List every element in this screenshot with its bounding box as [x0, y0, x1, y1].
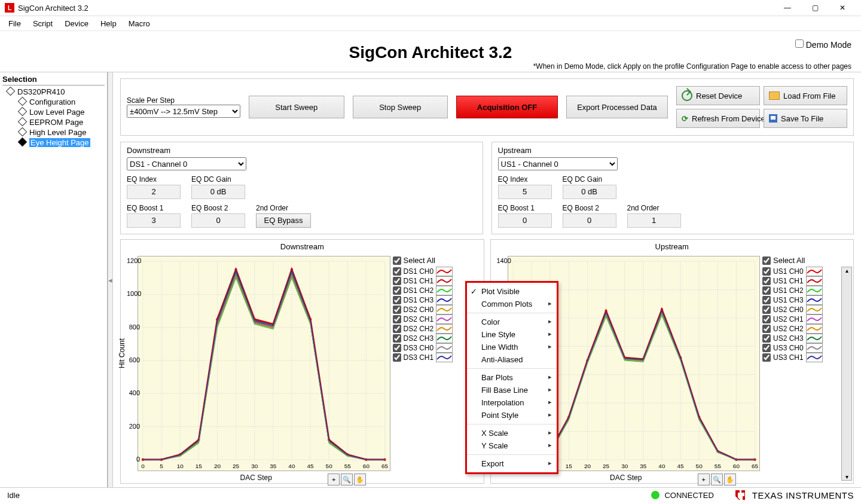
legend-swatch-icon — [436, 276, 453, 286]
tree-item[interactable]: EEPROM Page — [2, 117, 105, 127]
close-button[interactable]: ✕ — [829, 0, 856, 16]
export-processed-data-button[interactable]: Export Processed Data — [566, 96, 668, 118]
context-menu-item[interactable]: Point Style — [467, 409, 557, 421]
legend-checkbox[interactable] — [762, 344, 771, 352]
context-menu-item[interactable]: Fill Base Line — [467, 384, 557, 396]
tree-item[interactable]: Eye Height Page — [2, 138, 105, 148]
legend-checkbox[interactable] — [393, 315, 401, 323]
legend-checkbox[interactable] — [393, 325, 401, 333]
maximize-button[interactable]: ▢ — [801, 0, 829, 16]
legend-checkbox[interactable] — [762, 315, 771, 323]
legend-item[interactable]: US2 CH3 — [762, 334, 852, 343]
tree-item[interactable]: Low Level Page — [2, 107, 105, 117]
stop-sweep-button[interactable]: Stop Sweep — [353, 96, 448, 118]
context-menu-item[interactable]: Line Style — [467, 328, 557, 341]
splitter-handle[interactable]: ◂ — [108, 72, 113, 487]
save-to-file-button[interactable]: Save To File — [764, 109, 847, 128]
ds-2nd-order[interactable]: EQ Bypass — [256, 213, 311, 228]
downstream-plot-title: Downstream — [121, 242, 484, 251]
context-menu-item[interactable]: Export — [467, 457, 557, 470]
legend-checkbox[interactable] — [762, 286, 771, 295]
plot-context-menu[interactable]: Plot VisibleCommon PlotsColorLine StyleL… — [465, 281, 558, 474]
tree-root[interactable]: DS320PR410 — [2, 87, 105, 97]
legend-item[interactable]: US2 CH1 — [762, 314, 852, 324]
legend-item[interactable]: US2 CH2 — [762, 324, 852, 334]
upstream-title: Upstream — [498, 146, 848, 155]
legend-item[interactable]: DS1 CH0 — [393, 267, 483, 276]
us-eq-index: 5 — [498, 185, 552, 199]
legend-item[interactable]: US1 CH3 — [762, 295, 852, 305]
refresh-icon: ⟳ — [682, 114, 688, 123]
menu-help[interactable]: Help — [96, 18, 121, 29]
legend-scrollbar[interactable]: ▴▾ — [841, 267, 852, 481]
chart-tool-pan-icon[interactable]: ✋ — [354, 474, 366, 485]
legend-checkbox[interactable] — [762, 325, 771, 333]
svg-text:40: 40 — [658, 463, 665, 469]
demo-mode-checkbox[interactable] — [795, 39, 804, 48]
chart-tool-zoom-icon[interactable]: 🔍 — [341, 474, 353, 485]
chart-tool-crosshair-icon[interactable]: + — [698, 474, 710, 485]
chart-tool-pan-icon[interactable]: ✋ — [724, 474, 736, 485]
context-menu-item[interactable]: X Scale — [467, 427, 557, 439]
legend-checkbox[interactable] — [393, 277, 401, 285]
legend-checkbox[interactable] — [393, 334, 401, 343]
context-menu-item[interactable]: Common Plots — [467, 298, 557, 310]
legend-item[interactable]: US1 CH1 — [762, 276, 852, 286]
legend-item[interactable]: US3 CH0 — [762, 343, 852, 353]
legend-checkbox[interactable] — [762, 334, 771, 343]
context-menu-item[interactable]: Y Scale — [467, 439, 557, 452]
ds-select-all-checkbox[interactable] — [393, 256, 401, 265]
chart-tool-crosshair-icon[interactable]: + — [328, 474, 340, 485]
downstream-channel-select[interactable]: DS1 - Channel 0 — [127, 157, 246, 170]
us-select-all-checkbox[interactable] — [762, 256, 771, 265]
acquisition-off-button[interactable]: Acquisition OFF — [456, 96, 558, 118]
reset-device-button[interactable]: Reset Device — [676, 86, 760, 105]
upstream-channel-select[interactable]: US1 - Channel 0 — [498, 157, 618, 170]
demo-mode-toggle[interactable]: Demo Mode — [795, 39, 851, 50]
load-from-file-button[interactable]: Load From File — [764, 86, 847, 105]
chart-tool-zoom-icon[interactable]: 🔍 — [711, 474, 723, 485]
connection-indicator-icon — [651, 491, 660, 499]
context-menu-item[interactable]: Color — [467, 316, 557, 328]
legend-checkbox[interactable] — [762, 306, 771, 314]
legend-item[interactable]: US1 CH0 — [762, 267, 852, 276]
context-menu-item[interactable]: Interpolation — [467, 396, 557, 409]
menu-script[interactable]: Script — [28, 18, 57, 29]
tree-item[interactable]: Configuration — [2, 97, 105, 107]
legend-checkbox[interactable] — [393, 267, 401, 276]
legend-swatch-icon — [806, 353, 823, 362]
ds-eq-boost2: 0 — [191, 213, 245, 228]
legend-swatch-icon — [436, 324, 453, 334]
legend-checkbox[interactable] — [762, 267, 771, 276]
menu-device[interactable]: Device — [60, 18, 93, 29]
tree-item[interactable]: High Level Page — [2, 127, 105, 138]
svg-text:25: 25 — [603, 463, 610, 469]
minimize-button[interactable]: — — [774, 0, 801, 16]
legend-checkbox[interactable] — [762, 277, 771, 285]
legend-checkbox[interactable] — [393, 286, 401, 295]
legend-item[interactable]: US3 CH1 — [762, 353, 852, 362]
downstream-chart[interactable]: Hit Count 05101520253035404550556065 DAC… — [121, 253, 392, 483]
scale-select[interactable]: ±400mV --> 12.5mV Step — [127, 105, 240, 118]
legend-checkbox[interactable] — [393, 344, 401, 352]
refresh-from-device-button[interactable]: ⟳Refresh From Device — [676, 109, 760, 128]
start-sweep-button[interactable]: Start Sweep — [249, 96, 344, 118]
menu-macro[interactable]: Macro — [124, 18, 155, 29]
reset-icon — [682, 90, 692, 101]
context-menu-item[interactable]: Line Width — [467, 341, 557, 353]
legend-item[interactable]: US1 CH2 — [762, 286, 852, 295]
legend-checkbox[interactable] — [393, 296, 401, 304]
demo-mode-hint: *When in Demo Mode, click Apply on the p… — [533, 62, 851, 71]
legend-checkbox[interactable] — [762, 353, 771, 362]
legend-checkbox[interactable] — [393, 353, 401, 362]
menu-file[interactable]: File — [4, 18, 26, 29]
legend-item[interactable]: US2 CH0 — [762, 305, 852, 314]
context-menu-item[interactable]: Plot Visible — [467, 285, 557, 298]
svg-text:35: 35 — [640, 463, 647, 469]
legend-checkbox[interactable] — [393, 306, 401, 314]
legend-checkbox[interactable] — [762, 296, 771, 304]
svg-text:50: 50 — [695, 463, 703, 469]
context-menu-item[interactable]: Bar Plots — [467, 371, 557, 384]
context-menu-item[interactable]: Anti-Aliased — [467, 353, 557, 366]
svg-text:10: 10 — [177, 463, 184, 469]
